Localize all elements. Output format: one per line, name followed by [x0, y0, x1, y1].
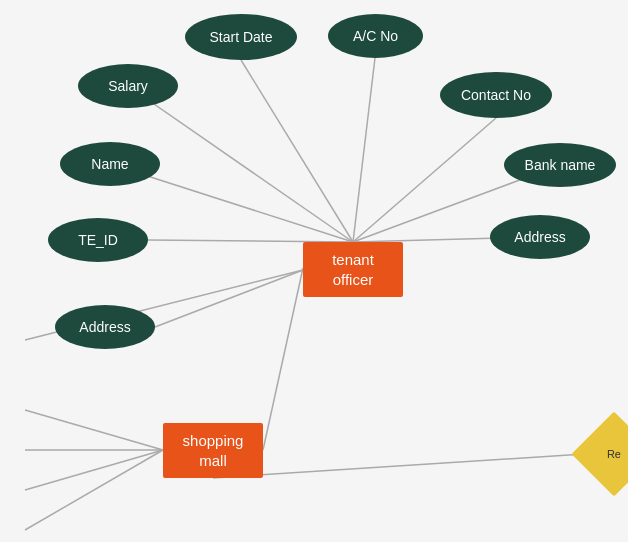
node-name[interactable]: Name — [60, 142, 160, 186]
node-contact_no[interactable]: Contact No — [440, 72, 552, 118]
node-address_left[interactable]: Address — [55, 305, 155, 349]
node-relation[interactable]: Re — [572, 412, 628, 497]
node-tenant_officer[interactable]: tenant officer — [303, 242, 403, 297]
node-shopping_mall[interactable]: shopping mall — [163, 423, 263, 478]
diagram-canvas: tenant officershopping mallStart DateA/C… — [0, 0, 628, 542]
node-ac_no[interactable]: A/C No — [328, 14, 423, 58]
node-salary[interactable]: Salary — [78, 64, 178, 108]
node-address_right[interactable]: Address — [490, 215, 590, 259]
node-bank_name[interactable]: Bank name — [504, 143, 616, 187]
node-start_date[interactable]: Start Date — [185, 14, 297, 60]
node-te_id[interactable]: TE_ID — [48, 218, 148, 262]
